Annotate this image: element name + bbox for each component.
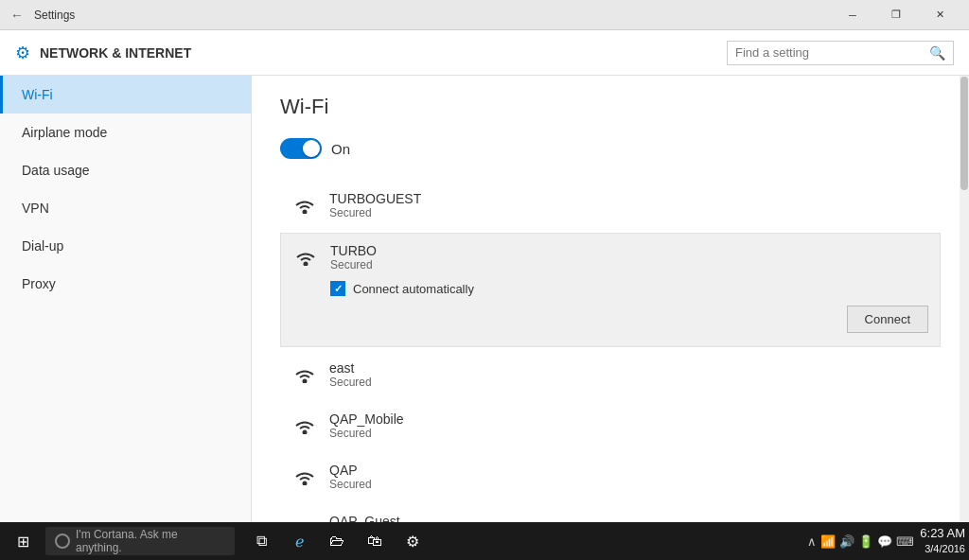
system-tray: ∧ 📶 🔊 🔋 💬 ⌨ (807, 534, 914, 549)
network-name: QAP_Mobile (329, 411, 929, 427)
svg-point-2 (303, 379, 308, 384)
wifi-signal-icon: ⚠ (291, 516, 318, 522)
connect-button[interactable]: Connect (847, 306, 928, 333)
cortana-text: I'm Cortana. Ask me anything. (76, 528, 225, 554)
taskbar-clock[interactable]: 6:23 AM 3/4/2016 (920, 525, 965, 557)
clock-time: 6:23 AM (920, 525, 965, 542)
network-status: Secured (329, 478, 929, 491)
store-button[interactable]: 🛍 (356, 522, 394, 560)
search-input[interactable] (735, 45, 929, 60)
tray-battery[interactable]: 🔋 (858, 534, 873, 549)
wifi-signal-icon (292, 245, 319, 270)
sidebar-item-data-usage[interactable]: Data usage (0, 151, 251, 189)
network-item[interactable]: TURBOGUESTSecured (280, 182, 941, 229)
cortana-search[interactable]: I'm Cortana. Ask me anything. (45, 527, 235, 555)
network-info: eastSecured (329, 360, 929, 389)
svg-point-1 (304, 262, 308, 267)
network-info: QAP_MobileSecured (329, 411, 929, 440)
wifi-toggle[interactable] (280, 138, 322, 159)
svg-point-3 (303, 430, 308, 435)
network-item[interactable]: TURBOSecuredConnect automaticallyConnect (280, 233, 941, 347)
network-info: TURBOGUESTSecured (329, 191, 929, 219)
page-title: NETWORK & INTERNET (40, 45, 727, 61)
app-header: ⚙ NETWORK & INTERNET 🔍 (0, 30, 969, 76)
wifi-toggle-row: On (280, 138, 941, 159)
maximize-button[interactable]: ❐ (874, 0, 918, 30)
network-item[interactable]: QAP_MobileSecured (280, 402, 941, 449)
network-status: Secured (329, 206, 929, 219)
network-status: Secured (330, 258, 928, 271)
content-area: Wi-Fi On TURBOGUESTSecuredTURBOSecuredCo… (252, 76, 969, 522)
network-info: QAPSecured (329, 463, 929, 491)
back-button[interactable]: ← (8, 6, 26, 25)
minimize-button[interactable]: ─ (831, 0, 874, 30)
network-info: QAP_GuestOpen (329, 514, 929, 522)
task-view-button[interactable]: ⧉ (242, 522, 280, 560)
start-button[interactable]: ⊞ (4, 522, 42, 560)
sidebar: Wi-FiAirplane modeData usageVPNDial-upPr… (0, 76, 252, 522)
window-controls: ─ ❐ ✕ (831, 0, 961, 30)
main-layout: Wi-FiAirplane modeData usageVPNDial-upPr… (0, 76, 969, 522)
clock-date: 3/4/2016 (920, 542, 965, 556)
settings-taskbar-button[interactable]: ⚙ (394, 522, 432, 560)
svg-point-0 (303, 210, 308, 215)
cortana-icon (55, 534, 70, 549)
network-item[interactable]: eastSecured (280, 351, 941, 398)
wifi-signal-icon (291, 362, 318, 387)
tray-keyboard[interactable]: ⌨ (896, 534, 914, 549)
connect-auto-row: Connect automatically (330, 281, 928, 296)
scrollbar[interactable] (960, 76, 969, 522)
network-status: Secured (329, 376, 929, 389)
network-item[interactable]: QAPSecured (280, 453, 941, 500)
taskbar: ⊞ I'm Cortana. Ask me anything. ⧉ ℯ 🗁 🛍 … (0, 522, 969, 560)
tray-volume[interactable]: 🔊 (839, 534, 854, 549)
close-button[interactable]: ✕ (918, 0, 961, 30)
settings-icon: ⚙ (15, 43, 30, 63)
scrollbar-thumb[interactable] (960, 77, 968, 190)
svg-point-4 (303, 481, 308, 486)
search-icon: 🔍 (929, 45, 945, 61)
connect-auto-checkbox[interactable] (330, 281, 345, 296)
wifi-signal-icon (291, 193, 318, 218)
content-title: Wi-Fi (280, 95, 941, 119)
explorer-button[interactable]: 🗁 (318, 522, 356, 560)
tray-network[interactable]: 📶 (820, 534, 836, 549)
network-name: east (329, 360, 929, 376)
network-info: TURBOSecuredConnect automaticallyConnect (330, 243, 928, 333)
network-name: QAP_Guest (329, 514, 929, 522)
edge-button[interactable]: ℯ (280, 522, 318, 560)
sidebar-item-vpn[interactable]: VPN (0, 189, 251, 227)
sidebar-item-proxy[interactable]: Proxy (0, 265, 251, 303)
sidebar-item-dial-up[interactable]: Dial-up (0, 227, 251, 265)
wifi-signal-icon (291, 464, 318, 489)
taskbar-apps: ⧉ ℯ 🗁 🛍 ⚙ (242, 522, 432, 560)
sidebar-item-airplane-mode[interactable]: Airplane mode (0, 114, 251, 151)
toggle-knob (303, 140, 320, 157)
network-list: TURBOGUESTSecuredTURBOSecuredConnect aut… (280, 182, 941, 522)
connect-auto-label: Connect automatically (353, 282, 474, 296)
wifi-signal-icon (291, 413, 318, 438)
connect-btn-row: Connect (330, 306, 928, 333)
network-status: Secured (329, 427, 929, 440)
network-name: TURBO (330, 243, 928, 258)
network-name: TURBOGUEST (329, 191, 929, 206)
app-title: Settings (34, 9, 831, 22)
tray-messages[interactable]: 💬 (877, 534, 892, 549)
search-box[interactable]: 🔍 (727, 41, 954, 65)
network-name: QAP (329, 463, 929, 478)
titlebar: ← Settings ─ ❐ ✕ (0, 0, 969, 30)
sidebar-item-wi-fi[interactable]: Wi-Fi (0, 76, 251, 114)
tray-chevron[interactable]: ∧ (807, 534, 817, 549)
network-item[interactable]: ⚠QAP_GuestOpen (280, 504, 941, 522)
toggle-label: On (331, 141, 350, 157)
